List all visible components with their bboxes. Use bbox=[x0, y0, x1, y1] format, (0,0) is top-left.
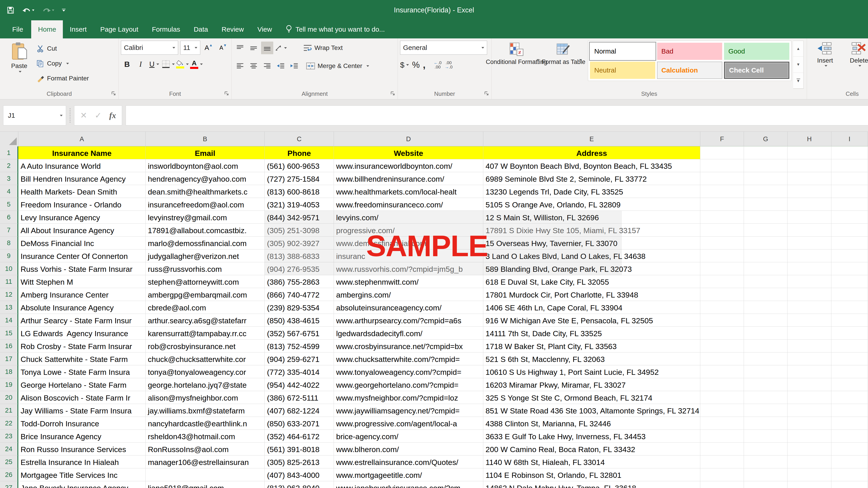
decrease-decimal-button[interactable]: .00→.0 bbox=[445, 61, 453, 69]
cell-D27[interactable]: www.janebeverlyinsurance.com/?cm bbox=[334, 481, 483, 488]
cell-E16[interactable]: 1718 W Baker St, Plant City, FL 33563 bbox=[483, 339, 700, 352]
font-color-button[interactable]: A bbox=[190, 58, 203, 70]
cell-F17[interactable] bbox=[700, 352, 744, 365]
merge-center-button[interactable]: Merge & Center bbox=[304, 59, 371, 73]
cut-button[interactable]: Cut bbox=[36, 42, 89, 55]
cell-A18[interactable]: Tonya Lowe - State Farm Insura bbox=[18, 365, 146, 378]
gallery-expand-icon[interactable]: ▼ bbox=[793, 73, 803, 89]
align-right-button[interactable] bbox=[261, 60, 273, 72]
row-header-23[interactable]: 23 bbox=[0, 430, 18, 443]
decrease-indent-button[interactable] bbox=[275, 60, 287, 72]
row-header-15[interactable]: 15 bbox=[0, 327, 18, 339]
style-neutral[interactable]: Neutral bbox=[590, 62, 655, 79]
paste-button[interactable]: Paste bbox=[2, 41, 36, 89]
cell-B20[interactable]: alison@mysfneighbor.com bbox=[146, 391, 265, 404]
cell-G16[interactable] bbox=[744, 339, 787, 352]
customize-quick-access-icon[interactable] bbox=[62, 9, 66, 11]
cell-G11[interactable] bbox=[744, 275, 787, 288]
cell-E1[interactable]: Address bbox=[483, 147, 700, 159]
cell-B24[interactable]: RonRussoIns@aol.com bbox=[146, 443, 265, 455]
cell-G18[interactable] bbox=[744, 365, 787, 378]
cell-F24[interactable] bbox=[700, 443, 744, 455]
align-middle-button[interactable] bbox=[248, 41, 260, 54]
cell-G1[interactable] bbox=[744, 147, 787, 159]
row-header-6[interactable]: 6 bbox=[0, 211, 18, 224]
cell-H2[interactable] bbox=[787, 159, 831, 172]
cell-H5[interactable] bbox=[787, 198, 831, 211]
cell-G26[interactable] bbox=[744, 468, 787, 481]
cell-C22[interactable]: (850) 633-2071 bbox=[265, 417, 334, 430]
cell-G4[interactable] bbox=[744, 185, 787, 198]
cell-A16[interactable]: Rob Crosby - State Farm Insurar bbox=[18, 339, 146, 352]
conditional-formatting-button[interactable]: ≠ Conditional Formatting bbox=[494, 41, 539, 89]
column-header-F[interactable]: F bbox=[700, 132, 744, 147]
comma-style-button[interactable]: , bbox=[423, 59, 426, 70]
cell-E27[interactable]: 14862 N Dale Mabry Hwy, Tampa, FL 33618 bbox=[483, 481, 700, 488]
cell-B12[interactable]: ambergpg@embarqmail.com bbox=[146, 288, 265, 301]
cell-D10[interactable]: www.russvorhis.com/?cmpid=jm5g_b bbox=[334, 262, 483, 275]
cell-I13[interactable] bbox=[831, 301, 868, 314]
cell-E5[interactable]: 5105 S Orange Ave, Orlando, FL 32809 bbox=[483, 198, 700, 211]
tab-review[interactable]: Review bbox=[215, 20, 250, 38]
cell-D8[interactable]: www.demossfinancial.com/ bbox=[334, 236, 483, 250]
cell-C16[interactable]: (813) 752-4599 bbox=[265, 339, 334, 352]
cell-H15[interactable] bbox=[787, 327, 831, 339]
cell-H3[interactable] bbox=[787, 172, 831, 185]
number-format-select[interactable]: General bbox=[400, 41, 487, 55]
cell-A23[interactable]: Brice Insurance Agency bbox=[18, 430, 146, 443]
cell-D6[interactable]: levyins.com/ bbox=[334, 211, 483, 224]
cell-F14[interactable] bbox=[700, 314, 744, 327]
cell-C24[interactable]: (561) 391-8018 bbox=[265, 443, 334, 455]
cell-A4[interactable]: Health Markets- Dean Smith bbox=[18, 185, 146, 198]
format-painter-button[interactable]: Format Painter bbox=[36, 72, 89, 85]
cell-F27[interactable] bbox=[700, 481, 744, 488]
row-header-20[interactable]: 20 bbox=[0, 391, 18, 404]
cell-F2[interactable] bbox=[700, 159, 744, 172]
column-header-A[interactable]: A bbox=[18, 132, 146, 147]
cell-G14[interactable] bbox=[744, 314, 787, 327]
cell-I3[interactable] bbox=[831, 172, 868, 185]
cell-F7[interactable] bbox=[700, 224, 744, 236]
cell-E15[interactable]: 14111 7th St, Dade City, FL 33525 bbox=[483, 327, 700, 339]
cell-D12[interactable]: ambergins.com/ bbox=[334, 288, 483, 301]
cell-H19[interactable] bbox=[787, 378, 831, 391]
row-header-7[interactable]: 7 bbox=[0, 224, 18, 236]
cell-I11[interactable] bbox=[831, 275, 868, 288]
tab-formulas[interactable]: Formulas bbox=[145, 20, 187, 38]
cell-H4[interactable] bbox=[787, 185, 831, 198]
cell-I9[interactable] bbox=[831, 250, 868, 262]
cell-F5[interactable] bbox=[700, 198, 744, 211]
cell-H17[interactable] bbox=[787, 352, 831, 365]
row-header-1[interactable]: 1 bbox=[0, 147, 18, 159]
cell-H12[interactable] bbox=[787, 288, 831, 301]
redo-icon[interactable] bbox=[42, 6, 54, 14]
cell-A1[interactable]: Insurance Name bbox=[18, 147, 146, 159]
row-header-12[interactable]: 12 bbox=[0, 288, 18, 301]
cell-H21[interactable] bbox=[787, 404, 831, 417]
cell-I15[interactable] bbox=[831, 327, 868, 339]
align-top-button[interactable] bbox=[234, 41, 246, 54]
style-normal[interactable]: Normal bbox=[590, 43, 655, 60]
save-icon[interactable] bbox=[6, 6, 14, 14]
borders-button[interactable] bbox=[162, 58, 175, 70]
cell-A5[interactable]: Freedom Insurance - Orlando bbox=[18, 198, 146, 211]
underline-button[interactable]: U bbox=[148, 58, 160, 70]
cell-B25[interactable]: manager106@estrellainsuran bbox=[146, 455, 265, 468]
cell-H8[interactable] bbox=[787, 236, 831, 250]
font-size-select[interactable]: 11 bbox=[180, 41, 200, 55]
enter-icon[interactable]: ✓ bbox=[95, 111, 101, 120]
cell-E18[interactable]: 10610 S Us Highway 1, Port Saint Lucie, … bbox=[483, 365, 700, 378]
cell-B11[interactable]: stephen@attorneywitt.com bbox=[146, 275, 265, 288]
cell-F1[interactable] bbox=[700, 147, 744, 159]
style-calculation[interactable]: Calculation bbox=[657, 62, 722, 79]
percent-style-button[interactable]: % bbox=[412, 60, 420, 70]
column-header-I[interactable]: I bbox=[831, 132, 868, 147]
cell-I2[interactable] bbox=[831, 159, 868, 172]
cell-E26[interactable]: 1104 E Robinson St, Orlando, FL 32801 bbox=[483, 468, 700, 481]
cell-H1[interactable] bbox=[787, 147, 831, 159]
row-header-5[interactable]: 5 bbox=[0, 198, 18, 211]
row-header-22[interactable]: 22 bbox=[0, 417, 18, 430]
row-header-10[interactable]: 10 bbox=[0, 262, 18, 275]
cell-E3[interactable]: 6989 Seminole Blvd Ste 2, Seminole, FL 3… bbox=[483, 172, 700, 185]
cell-G5[interactable] bbox=[744, 198, 787, 211]
